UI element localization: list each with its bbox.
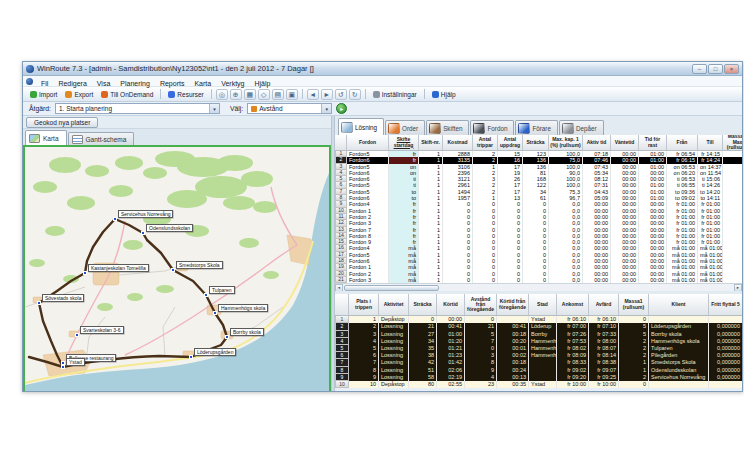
column-header[interactable]: Avfärd [589, 294, 619, 316]
row-header[interactable]: 10 [335, 381, 349, 388]
map-label[interactable]: Odenslundsskolan [146, 224, 193, 232]
map-layers-icon[interactable]: ▤ [272, 89, 284, 100]
map-label[interactable]: Hammenhögs skola [218, 304, 268, 312]
run-button[interactable]: ▸ [336, 103, 347, 114]
map-stop-marker[interactable] [61, 365, 65, 369]
map-label[interactable]: Kastanjeskolan Tomelilla [88, 264, 149, 272]
column-header[interactable]: Skift-nr. [419, 135, 443, 151]
table-row[interactable]: 33Lossning2701:00500:18Borrbyfr 07:26fr … [335, 331, 742, 338]
map-label[interactable]: Löderupsgården [194, 348, 236, 356]
column-header[interactable]: Körtid [437, 294, 465, 316]
row-header[interactable]: 2 [335, 323, 349, 330]
row-header[interactable]: 1 [335, 316, 349, 323]
table-row[interactable]: 77Lossning4201:42800:18fr 08:33fr 08:381… [335, 359, 742, 366]
hj-lp-button[interactable]: Hjälp [429, 90, 459, 99]
tab-skiften[interactable]: Skiften [426, 120, 469, 135]
zoom-extent-icon[interactable]: ◎ [216, 89, 228, 100]
column-header[interactable]: Till [698, 135, 723, 151]
map-stop-marker[interactable] [213, 311, 217, 315]
atgard-combobox[interactable]: 1. Starta planering ▾ [55, 103, 220, 114]
menu-item-visa[interactable]: Visa [92, 80, 116, 87]
row-header[interactable]: 8 [335, 367, 349, 374]
map-stop-marker[interactable] [113, 217, 117, 221]
chevron-down-icon[interactable]: ▾ [209, 104, 219, 113]
column-header[interactable]: Från [667, 135, 698, 151]
map-label[interactable]: Tulparen [209, 286, 235, 294]
forward-icon[interactable]: ► [321, 89, 333, 100]
geokod-button[interactable]: Geokod nya platser [26, 117, 98, 128]
undo-icon[interactable]: ↺ [335, 89, 347, 100]
close-button[interactable]: × [724, 64, 739, 74]
column-header[interactable] [335, 135, 347, 151]
chevron-down-icon[interactable]: ▾ [321, 104, 331, 113]
minimize-button[interactable]: ‒ [692, 64, 707, 74]
resurser-button[interactable]: Resurser [165, 90, 206, 99]
tab-l-sning[interactable]: Lösning [338, 118, 384, 135]
map-label[interactable]: Ystad [66, 358, 85, 366]
scrollbar-thumb[interactable] [344, 285, 439, 291]
map-stop-marker[interactable] [204, 293, 208, 297]
menu-item-planering[interactable]: Planering [115, 80, 155, 87]
column-header[interactable]: Väntetid [611, 135, 639, 151]
valj-combobox[interactable]: Avstånd ▾ [247, 103, 332, 114]
column-header[interactable]: Plats i trippen [349, 294, 379, 316]
map-label[interactable]: Borrby skola [230, 328, 264, 336]
row-header[interactable]: 4 [335, 338, 349, 345]
tab-karta[interactable]: Karta [25, 130, 67, 145]
tab-f-rare[interactable]: Förare [515, 120, 558, 135]
back-icon[interactable]: ◄ [307, 89, 319, 100]
column-header[interactable]: Avstånd från föregående [465, 294, 497, 316]
map-label[interactable]: Svarteskolan 3-6 [80, 326, 124, 334]
menu-item-redigera[interactable]: Redigera [53, 80, 91, 87]
inst-llningar-button[interactable]: Inställningar [370, 90, 420, 99]
column-header[interactable] [335, 294, 349, 316]
row-header[interactable]: 7 [335, 359, 349, 366]
map-stop-marker[interactable] [37, 301, 41, 305]
table-row[interactable]: 11Depåstop000:000Ystadfr 06:10fr 06:100 [335, 316, 742, 323]
column-header[interactable]: Massa 1 Max (rullsum) [723, 135, 742, 151]
row-header[interactable]: 5 [335, 345, 349, 352]
row-header[interactable]: 9 [335, 374, 349, 381]
table-row[interactable]: 44Lossning3401:20700:20Hammenhögfr 07:53… [335, 338, 742, 345]
row-header[interactable]: 21 [335, 277, 347, 283]
column-header[interactable]: Fritt flyttal 5 [709, 294, 742, 316]
column-header[interactable]: Fordon [347, 135, 389, 151]
map-stop-marker[interactable] [75, 333, 79, 337]
column-header[interactable]: Ankomst [557, 294, 589, 316]
tab-order[interactable]: Order [385, 120, 425, 135]
zoom-in-icon[interactable]: ⊕ [230, 89, 242, 100]
map-canvas[interactable]: Servicehus NorrevångOdenslundsskolanSmed… [23, 145, 331, 392]
map-label[interactable]: Sövestads skola [42, 294, 84, 302]
map-label[interactable]: Servicehus Norrevång [118, 210, 173, 218]
shift-table-hscrollbar[interactable]: ◂ ▸ [335, 283, 742, 291]
select-rect-icon[interactable]: ▦ [244, 89, 256, 100]
column-header[interactable]: Aktiv tid [583, 135, 611, 151]
row-header[interactable]: 3 [335, 331, 349, 338]
menu-item-hjälp[interactable]: Hjälp [250, 80, 276, 87]
column-header[interactable]: Antal uppdrag [498, 135, 523, 151]
menu-item-reports[interactable]: Reports [155, 80, 190, 87]
map-stop-marker[interactable] [171, 268, 175, 272]
column-header[interactable]: Tid för rast [639, 135, 667, 151]
menu-item-karta[interactable]: Karta [189, 80, 216, 87]
map-stop-marker[interactable] [83, 271, 87, 275]
column-header[interactable]: Sträcka [409, 294, 437, 316]
column-header[interactable]: Skifte startdag [389, 135, 419, 151]
row-header[interactable]: 6 [335, 352, 349, 359]
table-row[interactable]: 88Lossning5102:06900:24fr 09:02fr 09:071… [335, 367, 742, 374]
column-header[interactable]: Klient [649, 294, 709, 316]
export-button[interactable]: Export [62, 90, 96, 99]
table-row[interactable]: 99Lossning5802:19400:13fr 09:20fr 09:252… [335, 374, 742, 381]
table-row[interactable]: 66Lossning3801:23300:02Hammenhögfr 08:09… [335, 352, 742, 359]
column-header[interactable]: Körtid från föregående [497, 294, 529, 316]
maximize-button[interactable]: □ [708, 64, 723, 74]
column-header[interactable]: Kostnad [443, 135, 473, 151]
column-header[interactable]: Aktivitet [379, 294, 409, 316]
import-button[interactable]: Import [27, 90, 60, 99]
map-stop-marker[interactable] [225, 335, 229, 339]
tab-gantt-schema[interactable]: Gantt-schema [68, 132, 135, 145]
column-header[interactable]: Max. kap. 1 (%) (rullsum) [549, 135, 583, 151]
pan-icon[interactable]: ◇ [258, 89, 270, 100]
table-row[interactable]: 21Fordon 3må100000,000:0000:0000:00må 01… [335, 277, 742, 283]
tab-dep-er[interactable]: Depåer [559, 120, 604, 135]
